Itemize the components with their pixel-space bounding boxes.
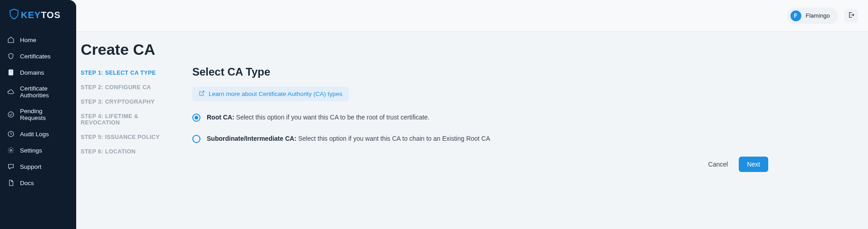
gear-icon [7,147,15,154]
shield-icon [7,52,15,60]
sidebar: KEYTOS Home Certificates Domains Certifi… [0,0,76,229]
signout-icon [848,11,855,20]
sidebar-item-certificates[interactable]: Certificates [0,48,76,64]
document-icon [7,69,15,76]
panel-title: Select CA Type [192,66,768,78]
sidebar-item-label: Docs [20,180,34,186]
wizard-step-2: STEP 2: CONFIGURE CA [81,80,176,95]
wizard-step-3: STEP 3: CRYPTOGRAPHY [81,95,176,109]
radio-icon [192,135,200,143]
wizard-step-1[interactable]: STEP 1: SELECT CA TYPE [81,66,176,80]
option-text: Root CA: Select this option if you want … [207,113,429,122]
wizard-actions: Cancel Next [192,157,768,172]
sidebar-item-label: Support [20,163,41,170]
user-chip[interactable]: F Flamingo [787,8,838,24]
sidebar-nav: Home Certificates Domains Certificate Au… [0,32,76,191]
sidebar-item-label: Pending Requests [20,108,69,121]
option-root-ca[interactable]: Root CA: Select this option if you want … [192,113,768,122]
svg-rect-1 [10,71,12,72]
sidebar-item-docs[interactable]: Docs [0,175,76,191]
content: Create CA STEP 1: SELECT CA TYPE STEP 2:… [76,32,868,177]
topbar: F Flamingo [76,0,868,32]
sidebar-item-label: Audit Logs [20,131,49,138]
main: F Flamingo Create CA STEP 1: SELECT CA T… [76,0,868,229]
svg-rect-2 [10,72,12,72]
sidebar-item-label: Certificates [20,53,51,60]
cloud-icon [7,88,15,95]
wizard-step-5: STEP 5: ISSUANCE POLICY [81,130,176,144]
sidebar-item-certificate-authorities[interactable]: Certificate Authorities [0,81,76,103]
learn-more-link[interactable]: Learn more about Certificate Authority (… [192,86,349,101]
ca-type-options: Root CA: Select this option if you want … [192,113,768,143]
wizard-steps: STEP 1: SELECT CA TYPE STEP 2: CONFIGURE… [81,66,176,159]
shield-logo-icon [8,8,20,22]
wizard-step-6: STEP 6: LOCATION [81,144,176,159]
sidebar-item-label: Settings [20,147,42,154]
page-title: Create CA [81,36,863,66]
option-text: Subordinate/Intermediate CA: Select this… [207,134,490,143]
svg-point-3 [8,112,14,117]
sidebar-item-label: Domains [20,69,44,76]
home-icon [7,36,15,43]
external-link-icon [199,90,205,98]
radio-icon [192,114,200,122]
chat-icon [7,163,15,170]
cancel-button[interactable]: Cancel [706,157,731,172]
next-button[interactable]: Next [739,157,768,172]
brand-logo[interactable]: KEYTOS [0,0,76,32]
wizard-step-4: STEP 4: LIFETIME & REVOCATION [81,109,176,130]
signout-button[interactable] [844,9,858,23]
clock-icon [7,130,15,138]
sidebar-item-label: Home [20,37,36,43]
panel: Select CA Type Learn more about Certific… [192,66,863,172]
sidebar-item-pending-requests[interactable]: Pending Requests [0,103,76,126]
option-subordinate-ca[interactable]: Subordinate/Intermediate CA: Select this… [192,134,768,143]
svg-point-5 [10,149,12,151]
sidebar-item-support[interactable]: Support [0,158,76,175]
brand-name: KEYTOS [21,10,61,20]
sidebar-item-domains[interactable]: Domains [0,64,76,81]
sidebar-item-label: Certificate Authorities [20,85,69,99]
sidebar-item-home[interactable]: Home [0,32,76,48]
user-name: Flamingo [806,12,830,19]
check-circle-icon [7,111,15,118]
file-icon [7,179,15,186]
sidebar-item-settings[interactable]: Settings [0,142,76,158]
avatar: F [790,10,801,21]
learn-more-text: Learn more about Certificate Authority (… [209,91,342,97]
sidebar-item-audit-logs[interactable]: Audit Logs [0,126,76,142]
